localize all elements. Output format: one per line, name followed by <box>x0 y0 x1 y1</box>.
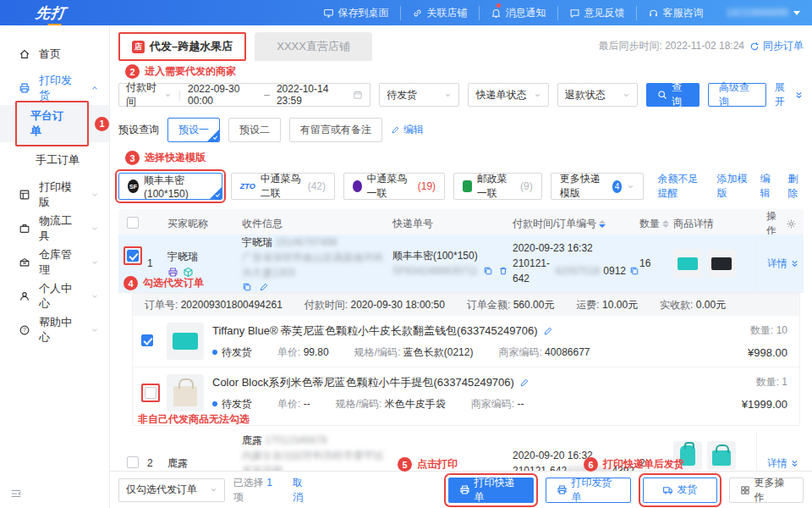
low-balance-alert-link[interactable]: 余额不足提醒 <box>657 172 705 201</box>
item1-image-teal-wallet[interactable] <box>167 323 204 360</box>
pencil-icon[interactable] <box>259 282 269 292</box>
save-to-desktop-button[interactable]: 保存到桌面 <box>312 6 400 20</box>
sort-icons[interactable] <box>599 220 606 228</box>
row1-recipient-address: 广东省深圳市南山区高新南环科兴大厦1303 <box>242 250 392 280</box>
delete-template-link[interactable]: 删除 <box>787 172 804 201</box>
product-image-teal-wallet[interactable] <box>673 249 702 278</box>
preset-1-label: 预设一 <box>178 124 209 135</box>
sort-icons[interactable] <box>662 220 669 228</box>
row1-checkbox[interactable] <box>127 250 139 262</box>
annotation-6-badge: 6 <box>584 457 598 472</box>
query-button[interactable]: 查询 <box>646 83 700 107</box>
link-shops-button[interactable]: 关联店铺 <box>400 6 479 20</box>
annotation-2-text: 进入需要代发的商家 <box>145 64 236 79</box>
print-express-button[interactable]: 打印快递单 <box>448 478 534 503</box>
tab-store-inactive[interactable]: XXXX直营店铺 <box>255 32 372 61</box>
sidebar-item-manual-orders[interactable]: 手工订单 <box>0 142 109 178</box>
template-icon <box>19 189 30 201</box>
col-qty[interactable]: 数量 <box>639 217 673 231</box>
preset-2-chip[interactable]: 预设二 <box>228 118 281 142</box>
customer-service-button[interactable]: 客服咨询 <box>636 6 715 20</box>
item1-price: 99.80 <box>304 346 329 358</box>
expand-label: 展开 <box>775 80 792 109</box>
tab-store-active[interactable]: 店 代发–跨越水果店 <box>118 32 246 61</box>
sidebar-item-logistics-tools[interactable]: 物流工具 <box>0 212 109 246</box>
sidebar-item-warehouse[interactable]: 仓库管理 <box>0 246 109 279</box>
sidebar-item-home[interactable]: 首页 <box>0 37 109 71</box>
sidebar-item-print-ship[interactable]: 打印发货 <box>0 71 109 105</box>
user-icon <box>19 290 30 302</box>
trash-icon[interactable] <box>498 266 508 276</box>
copy-icon[interactable] <box>242 282 252 292</box>
ship-label: 发货 <box>678 483 698 497</box>
col-paytime[interactable]: 付款时间/订单编号 <box>513 217 639 231</box>
product-image-black-wallet[interactable] <box>707 249 736 278</box>
expand-filters-button[interactable]: 展开 <box>775 80 804 109</box>
date-to-input[interactable]: 2022-10-14 23:59 <box>277 83 346 107</box>
chevron-down-icon <box>534 91 541 99</box>
sidebar-item-personal-center[interactable]: 个人中心 <box>0 279 109 313</box>
edit-template-link[interactable]: 编辑 <box>760 172 776 201</box>
double-chevron-down-icon <box>790 459 799 468</box>
row2-checkbox[interactable] <box>127 456 139 468</box>
item2-merchant-label: 商家编码: <box>471 398 514 410</box>
row1-buyer-nick: 宇晓瑞 <box>167 250 242 264</box>
row1-detail-button[interactable]: 详情 <box>757 257 799 271</box>
product-image-teal-tote[interactable] <box>707 441 736 470</box>
express-status-select[interactable]: 快递单状态 <box>468 83 548 107</box>
more-templates-select[interactable]: 更多快递模版 4 <box>551 173 645 200</box>
item1-merchant-code: 40086677 <box>545 346 590 358</box>
chevron-down-icon <box>793 11 800 15</box>
sidebar-item-platform-orders[interactable]: 平台订单 <box>15 101 89 146</box>
add-template-link[interactable]: 添加模版 <box>716 172 748 201</box>
date-from-input[interactable]: 2022-09-30 00:00 <box>188 83 257 107</box>
template-post-label: 邮政菜一联 <box>477 173 515 200</box>
more-actions-button[interactable]: 更多操作 <box>729 478 804 503</box>
sidebar-item-print-templates[interactable]: 打印模版 <box>0 178 109 212</box>
time-field-select[interactable]: 付款时间 <box>126 80 172 109</box>
feedback-button[interactable]: 意见反馈 <box>557 6 636 20</box>
sidebar-collapse-button[interactable] <box>10 488 22 500</box>
item1-checkbox[interactable] <box>141 334 153 346</box>
ship-status-select[interactable]: 待发货 <box>379 83 459 107</box>
chevron-down-icon <box>91 292 99 301</box>
calendar-icon[interactable] <box>353 90 363 100</box>
item2-spec: 米色牛皮手袋 <box>385 398 446 410</box>
row1-order-no-a: 210121-642 <box>513 256 551 286</box>
user-menu[interactable]: 18233668899 <box>715 7 800 19</box>
cancel-selection-button[interactable]: 取消 <box>293 476 313 505</box>
template-zto-1[interactable]: 中通菜鸟一联 (19) <box>343 173 445 200</box>
annotation-checkbox-box <box>141 384 160 402</box>
copy-icon[interactable] <box>629 266 639 276</box>
template-sf[interactable]: SF 顺丰丰密(100*150) <box>118 173 222 200</box>
annotation-step-2: 2 进入需要代发的商家 <box>125 64 804 79</box>
copy-icon[interactable] <box>483 266 493 276</box>
item2-image-beige-bag[interactable] <box>167 374 204 411</box>
template-zto-2[interactable]: ZTO 中通菜鸟二联 (42) <box>231 173 335 200</box>
print-ship-list-button[interactable]: 打印发货单 <box>546 478 631 503</box>
sync-orders-button[interactable]: 同步订单 <box>749 39 804 53</box>
item2-checkbox[interactable] <box>145 387 156 399</box>
pay-time-value: 2020-09-30 18:00:50 <box>351 299 445 311</box>
preset-2-label: 预设二 <box>239 124 270 135</box>
china-post-logo-icon <box>463 180 472 192</box>
pencil-icon[interactable] <box>543 326 553 336</box>
gear-icon[interactable] <box>786 218 804 229</box>
template-post[interactable]: 邮政菜一联 (9) <box>453 173 542 200</box>
sync-info: 最后同步时间: 2022-11-02 18:24 同步订单 <box>598 32 804 53</box>
preset-edit-button[interactable]: 编辑 <box>391 123 424 137</box>
refund-status-select[interactable]: 退款状态 <box>557 83 638 107</box>
select-all-checkbox[interactable] <box>127 217 139 229</box>
sidebar-item-platform-orders-wrap: 平台订单 1 <box>0 105 109 142</box>
advanced-query-button[interactable]: 高级查询 <box>708 83 766 107</box>
ship-button[interactable]: 发货 <box>643 478 717 503</box>
pencil-icon[interactable] <box>519 378 529 388</box>
footer-filter-select[interactable]: 仅勾选代发订单 <box>118 478 225 502</box>
col-action: 操作 <box>756 209 804 238</box>
sidebar-item-help-center[interactable]: ? 帮助中心 <box>0 313 109 347</box>
row2-detail-button[interactable]: 详情 <box>757 456 799 471</box>
preset-1-chip[interactable]: 预设一 <box>167 118 220 142</box>
preset-3-chip[interactable]: 有留言或有备注 <box>289 118 382 142</box>
notifications-button[interactable]: 消息通知 <box>479 6 557 20</box>
order-no-label: 订单号: <box>145 299 178 311</box>
